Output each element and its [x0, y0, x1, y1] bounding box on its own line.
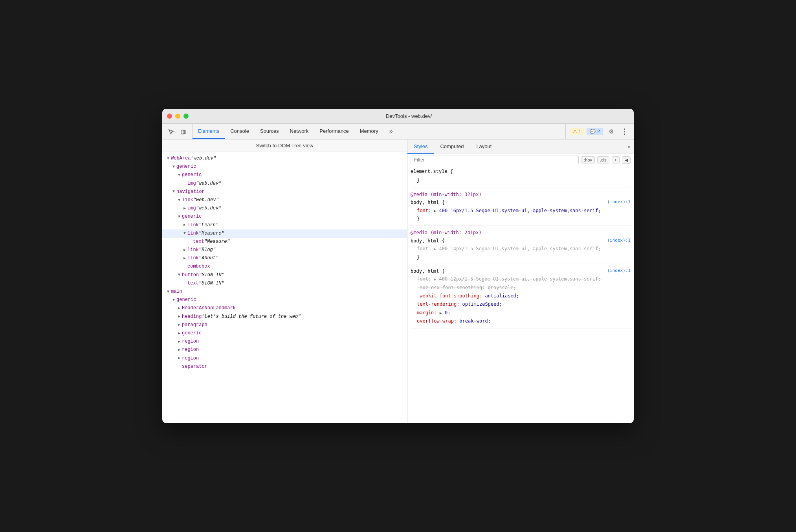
- selector-line: body, html { (index):1: [411, 237, 631, 245]
- tree-node-link-blog[interactable]: ▶ link "Blog": [162, 246, 407, 254]
- tab-network[interactable]: Network: [284, 124, 314, 139]
- selector-line: body, html { (index):1: [411, 198, 631, 206]
- style-rule-base: body, html { (index):1 font: ▶ 400 12px/…: [411, 267, 631, 328]
- media-query: @media (min-width: 321px): [411, 191, 631, 198]
- toggle-sidebar-button[interactable]: ◀: [622, 156, 631, 164]
- close-button[interactable]: [167, 114, 172, 119]
- styles-filter-bar: :hov .cls + ◀: [407, 154, 634, 166]
- style-property-font-241: font: ▶ 400 14px/1.5 Segoe UI,system-ui,…: [411, 245, 631, 253]
- tree-node-separator[interactable]: separator: [162, 363, 407, 371]
- minimize-button[interactable]: [175, 114, 180, 119]
- style-property-moz: -moz-osx-font-smoothing: grayscale;: [411, 284, 631, 292]
- node-tag: paragraph: [182, 321, 207, 329]
- style-property-close: }: [411, 215, 631, 223]
- tab-console[interactable]: Console: [225, 124, 255, 139]
- tree-node-main[interactable]: ▼ main: [162, 288, 407, 296]
- tab-styles[interactable]: Styles: [407, 139, 434, 154]
- node-tag: generic: [176, 163, 196, 171]
- node-tag: text: [193, 238, 204, 246]
- tree-node-text-signin[interactable]: text "SIGN IN": [162, 279, 407, 288]
- toolbar-right: ⚠ 1 💬 2 ⚙ ⋮: [565, 124, 634, 139]
- device-emulation-button[interactable]: [178, 126, 189, 137]
- style-property-margin: margin: ▶ 0;: [411, 309, 631, 317]
- tree-arrow: ▶: [176, 355, 182, 361]
- tree-arrow: ▶: [176, 322, 182, 328]
- style-source-base[interactable]: (index):1: [607, 267, 631, 275]
- tree-node-region-1[interactable]: ▶ region: [162, 338, 407, 346]
- style-source[interactable]: (index):1: [607, 198, 631, 206]
- tree-node-text-measure[interactable]: text "Measure": [162, 238, 407, 246]
- tab-sources[interactable]: Sources: [255, 124, 284, 139]
- select-element-button[interactable]: [165, 126, 176, 137]
- tab-memory[interactable]: Memory: [354, 124, 384, 139]
- tree-arrow: ▶: [176, 314, 182, 320]
- tab-more[interactable]: »: [384, 124, 398, 139]
- node-tag: heading: [182, 313, 202, 321]
- tree-node-heading[interactable]: ▶ heading "Let's build the future of the…: [162, 313, 407, 321]
- style-selector: body, html {: [411, 198, 445, 206]
- tree-node-region-2[interactable]: ▶ region: [162, 346, 407, 354]
- hov-button[interactable]: :hov: [581, 156, 595, 163]
- info-badge-button[interactable]: 💬 2: [587, 128, 603, 135]
- tree-node-link-webdev[interactable]: ▼ link "web.dev": [162, 196, 407, 204]
- tree-node-navigation[interactable]: ▼ navigation: [162, 188, 407, 196]
- style-selector: element.style {: [411, 168, 631, 176]
- tree-node-link-measure[interactable]: ▼ link "Measure": [162, 229, 407, 238]
- devtools-window: DevTools - web.dev/ Elements Console: [162, 109, 634, 423]
- tree-node-paragraph[interactable]: ▶ paragraph: [162, 321, 407, 329]
- styles-filter-input[interactable]: [411, 156, 579, 164]
- tree-node-button-signin[interactable]: ▼ button "SIGN IN": [162, 271, 407, 279]
- styles-tab-more[interactable]: »: [625, 139, 634, 154]
- tree-node-link-learn[interactable]: ▶ link "Learn": [162, 221, 407, 229]
- style-property-close: }: [411, 253, 631, 261]
- tree-node-header[interactable]: ▶ HeaderAsNonLandmark: [162, 304, 407, 312]
- dom-tree[interactable]: ▼ WebArea "web.dev" ▼ generic ▼ generic: [162, 152, 407, 423]
- node-tag: link: [187, 222, 199, 229]
- tab-performance[interactable]: Performance: [314, 124, 354, 139]
- add-style-button[interactable]: +: [612, 156, 620, 163]
- tree-node-generic-4[interactable]: ▶ generic: [162, 329, 407, 338]
- styles-content[interactable]: element.style { } @media (min-width: 321…: [407, 166, 634, 423]
- tree-node-generic-3[interactable]: ▼ generic: [162, 213, 407, 221]
- node-tag: link: [187, 246, 199, 254]
- tree-node-webarea[interactable]: ▼ WebArea "web.dev": [162, 154, 407, 163]
- node-tag: generic: [176, 296, 196, 304]
- node-tag: link: [187, 255, 199, 262]
- tab-elements[interactable]: Elements: [193, 124, 225, 139]
- warning-badge-button[interactable]: ⚠ 1: [570, 128, 585, 135]
- style-source-241[interactable]: (index):1: [607, 237, 631, 245]
- node-tag: text: [187, 280, 199, 287]
- tree-node-img-webdev[interactable]: ▶ img "web.dev": [162, 204, 407, 213]
- more-options-button[interactable]: ⋮: [619, 126, 630, 137]
- maximize-button[interactable]: [183, 114, 189, 119]
- tree-node-region-3[interactable]: ▶ region: [162, 354, 407, 363]
- cls-button[interactable]: .cls: [597, 156, 609, 163]
- tree-arrow: ▼: [176, 272, 182, 278]
- node-tag: navigation: [176, 188, 205, 196]
- window-title: DevTools - web.dev/: [189, 113, 629, 119]
- tree-arrow: ▶: [182, 205, 187, 212]
- tree-arrow: ▶: [176, 347, 182, 353]
- tree-arrow: ▼: [165, 156, 171, 162]
- tree-node-generic-main[interactable]: ▼ generic: [162, 296, 407, 304]
- tree-node-link-about[interactable]: ▶ link "About": [162, 254, 407, 262]
- tab-computed[interactable]: Computed: [434, 139, 470, 154]
- node-tag: separator: [182, 363, 207, 371]
- tree-node-img-1[interactable]: img "web.dev": [162, 180, 407, 188]
- node-tag: main: [171, 288, 182, 295]
- media-query-241: @media (min-width: 241px): [411, 229, 631, 237]
- settings-button[interactable]: ⚙: [605, 126, 616, 137]
- tab-layout[interactable]: Layout: [470, 139, 498, 154]
- tree-arrow: ▶: [176, 330, 182, 337]
- tree-node-generic-1[interactable]: ▼ generic: [162, 163, 407, 171]
- style-rule-media-241: @media (min-width: 241px) body, html { (…: [411, 229, 631, 264]
- tree-arrow: ▼: [182, 230, 187, 237]
- tree-arrow: ▼: [165, 289, 171, 295]
- tree-arrow: ▼: [171, 189, 176, 195]
- tree-node-combobox[interactable]: combobox: [162, 262, 407, 271]
- tree-node-generic-2[interactable]: ▼ generic: [162, 171, 407, 179]
- toolbar-icons: [162, 124, 193, 139]
- dom-breadcrumb: Switch to DOM Tree view: [162, 139, 407, 152]
- node-tag: img: [187, 180, 196, 187]
- node-tag: region: [182, 346, 199, 354]
